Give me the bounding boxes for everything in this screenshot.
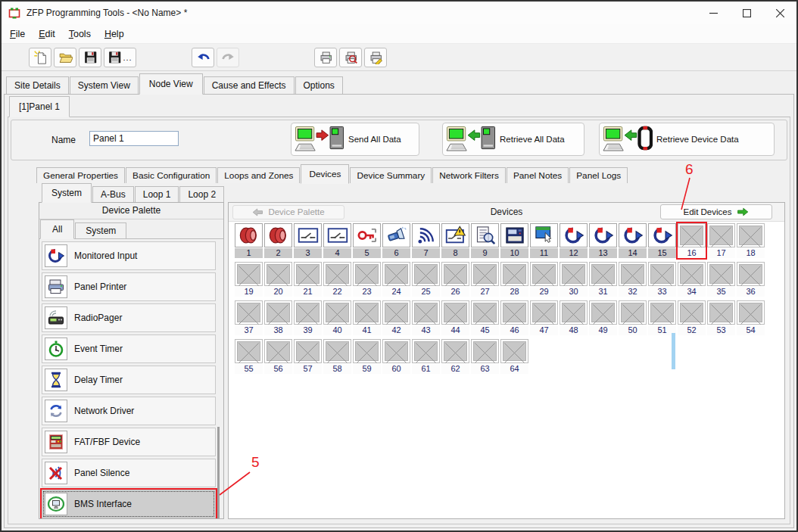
device-cell-3[interactable]: 3 bbox=[294, 223, 322, 258]
device-cell-17[interactable]: 17 bbox=[707, 223, 735, 258]
device-cell-11[interactable]: 11 bbox=[530, 223, 558, 258]
print-setup-button[interactable] bbox=[364, 48, 387, 67]
device-cell-64[interactable]: 64 bbox=[500, 339, 528, 374]
send-all-data-button[interactable]: Send All Data bbox=[291, 123, 419, 156]
palette-item-fat-fbf-device[interactable]: FAT/FBF Device bbox=[42, 428, 216, 456]
menu-item-edit[interactable]: Edit bbox=[32, 26, 62, 42]
device-cell-61[interactable]: 61 bbox=[412, 339, 440, 374]
device-cell-44[interactable]: 44 bbox=[441, 300, 469, 335]
device-cell-53[interactable]: 53 bbox=[707, 300, 735, 335]
device-cell-34[interactable]: 34 bbox=[678, 262, 706, 297]
palette-item-monitored-input[interactable]: Monitored Input bbox=[42, 241, 216, 270]
retrieve-device-data-button[interactable]: Retrieve Device Data bbox=[599, 123, 775, 156]
palette-item-delay-timer[interactable]: Delay Timer bbox=[42, 366, 216, 394]
device-cell-59[interactable]: 59 bbox=[353, 339, 381, 374]
panel-tab-1-panel-1[interactable]: [1]Panel 1 bbox=[9, 96, 70, 117]
device-cell-45[interactable]: 45 bbox=[471, 300, 499, 335]
retrieve-all-data-button[interactable]: Retrieve All Data bbox=[442, 123, 584, 156]
device-cell-51[interactable]: 51 bbox=[648, 300, 676, 335]
palette-item-bms-interface[interactable]: BMS Interface bbox=[42, 490, 216, 518]
menu-item-help[interactable]: Help bbox=[98, 26, 131, 42]
device-cell-58[interactable]: 58 bbox=[323, 339, 351, 374]
menu-item-file[interactable]: File bbox=[3, 26, 32, 42]
config-tab-panel-notes[interactable]: Panel Notes bbox=[507, 167, 569, 183]
save-as-button[interactable]: ... bbox=[104, 48, 136, 67]
edit-devices-button[interactable]: Edit Devices bbox=[660, 204, 772, 219]
device-cell-24[interactable]: 24 bbox=[382, 262, 410, 297]
device-cell-16[interactable]: 16 bbox=[678, 223, 706, 258]
device-cell-12[interactable]: 12 bbox=[560, 223, 588, 258]
bus-tab-system[interactable]: System bbox=[42, 183, 92, 203]
device-cell-5[interactable]: 5 bbox=[353, 223, 381, 258]
device-cell-25[interactable]: 25 bbox=[412, 262, 440, 297]
tab-site-details[interactable]: Site Details bbox=[6, 76, 69, 94]
device-cell-8[interactable]: 8 bbox=[441, 223, 469, 258]
tab-options[interactable]: Options bbox=[295, 76, 343, 94]
tab-node-view[interactable]: Node View bbox=[139, 73, 203, 95]
menu-item-tools[interactable]: Tools bbox=[62, 26, 98, 42]
config-tab-devices[interactable]: Devices bbox=[301, 164, 349, 184]
device-cell-28[interactable]: 28 bbox=[500, 262, 528, 297]
device-cell-9[interactable]: 9 bbox=[471, 223, 499, 258]
device-cell-37[interactable]: 37 bbox=[235, 300, 263, 335]
palette-item-radiopager[interactable]: RadioPager bbox=[42, 303, 216, 332]
device-cell-55[interactable]: 55 bbox=[235, 339, 263, 374]
device-cell-31[interactable]: 31 bbox=[589, 262, 617, 297]
device-cell-43[interactable]: 43 bbox=[412, 300, 440, 335]
device-cell-47[interactable]: 47 bbox=[530, 300, 558, 335]
palette-item-network-driver[interactable]: Network Driver bbox=[42, 397, 216, 425]
device-cell-63[interactable]: 63 bbox=[471, 339, 499, 374]
device-cell-7[interactable]: 7 bbox=[412, 223, 440, 258]
device-cell-39[interactable]: 39 bbox=[294, 300, 322, 335]
config-tab-network-filters[interactable]: Network Filters bbox=[432, 167, 506, 183]
config-tab-loops-and-zones[interactable]: Loops and Zones bbox=[217, 167, 300, 183]
device-cell-23[interactable]: 23 bbox=[353, 262, 381, 297]
device-cell-26[interactable]: 26 bbox=[441, 262, 469, 297]
device-cell-46[interactable]: 46 bbox=[500, 300, 528, 335]
device-cell-14[interactable]: 14 bbox=[619, 223, 647, 258]
device-palette-back-button[interactable]: Device Palette bbox=[232, 205, 344, 219]
bus-tab-loop-2[interactable]: Loop 2 bbox=[179, 186, 224, 202]
device-cell-62[interactable]: 62 bbox=[441, 339, 469, 374]
tab-system-view[interactable]: System View bbox=[70, 76, 139, 94]
maximize-button[interactable] bbox=[730, 2, 763, 24]
new-document-button[interactable] bbox=[29, 48, 51, 67]
palette-item-panel-printer[interactable]: Panel Printer bbox=[42, 272, 216, 301]
device-cell-2[interactable]: 2 bbox=[264, 223, 292, 258]
device-cell-33[interactable]: 33 bbox=[648, 262, 676, 297]
device-cell-21[interactable]: 21 bbox=[294, 262, 322, 297]
redo-button[interactable] bbox=[217, 48, 239, 67]
tab-cause-and-effects[interactable]: Cause and Effects bbox=[204, 76, 295, 94]
device-cell-52[interactable]: 52 bbox=[678, 300, 706, 335]
device-cell-20[interactable]: 20 bbox=[264, 262, 292, 297]
palette-scrollbar-thumb[interactable] bbox=[217, 427, 220, 518]
config-tab-device-summary[interactable]: Device Summary bbox=[350, 167, 432, 183]
config-tab-panel-logs[interactable]: Panel Logs bbox=[569, 167, 628, 183]
device-cell-13[interactable]: 13 bbox=[589, 223, 617, 258]
device-cell-56[interactable]: 56 bbox=[264, 339, 292, 374]
device-cell-50[interactable]: 50 bbox=[619, 300, 647, 335]
device-cell-42[interactable]: 42 bbox=[382, 300, 410, 335]
device-cell-29[interactable]: 29 bbox=[530, 262, 558, 297]
undo-button[interactable] bbox=[192, 48, 214, 67]
device-cell-40[interactable]: 40 bbox=[323, 300, 351, 335]
device-cell-15[interactable]: 15 bbox=[648, 223, 676, 258]
device-cell-57[interactable]: 57 bbox=[294, 339, 322, 374]
device-cell-27[interactable]: 27 bbox=[471, 262, 499, 297]
device-cell-60[interactable]: 60 bbox=[382, 339, 410, 374]
palette-item-event-timer[interactable]: Event Timer bbox=[42, 334, 216, 363]
device-cell-18[interactable]: 18 bbox=[737, 223, 765, 258]
device-cell-41[interactable]: 41 bbox=[353, 300, 381, 335]
device-cell-4[interactable]: 4 bbox=[323, 223, 351, 258]
bus-tab-a-bus[interactable]: A-Bus bbox=[92, 186, 134, 202]
open-folder-button[interactable] bbox=[54, 48, 76, 67]
palette-item-panel-silence[interactable]: Panel Silence bbox=[42, 459, 216, 487]
close-button[interactable] bbox=[763, 2, 796, 24]
bus-tab-loop-1[interactable]: Loop 1 bbox=[135, 186, 179, 202]
device-cell-10[interactable]: 10 bbox=[500, 223, 528, 258]
palette-tab-system[interactable]: System bbox=[75, 222, 126, 238]
device-cell-22[interactable]: 22 bbox=[323, 262, 351, 297]
config-tab-general-properties[interactable]: General Properties bbox=[36, 167, 125, 183]
config-tab-basic-configuration[interactable]: Basic Configuration bbox=[126, 167, 217, 183]
device-cell-35[interactable]: 35 bbox=[707, 262, 735, 297]
